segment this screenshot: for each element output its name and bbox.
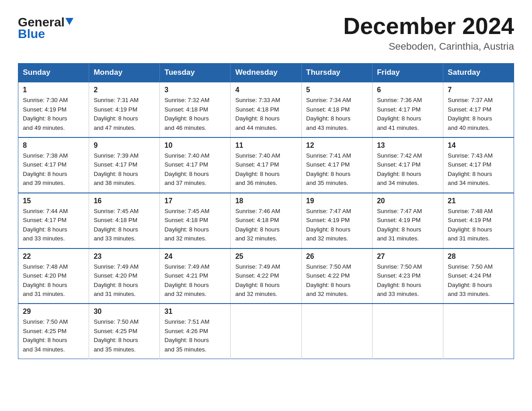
day-number: 2 <box>94 86 155 94</box>
calendar-day-cell: 1 Sunrise: 7:30 AMSunset: 4:19 PMDayligh… <box>18 82 89 137</box>
calendar-day-cell: 21 Sunrise: 7:48 AMSunset: 4:19 PMDaylig… <box>443 193 514 248</box>
day-number: 23 <box>94 253 155 261</box>
day-number: 7 <box>448 86 509 94</box>
day-info: Sunrise: 7:32 AMSunset: 4:18 PMDaylight:… <box>164 96 226 133</box>
day-info: Sunrise: 7:40 AMSunset: 4:17 PMDaylight:… <box>164 151 226 188</box>
calendar-day-cell: 28 Sunrise: 7:50 AMSunset: 4:24 PMDaylig… <box>443 248 514 304</box>
day-info: Sunrise: 7:49 AMSunset: 4:20 PMDaylight:… <box>94 262 155 299</box>
day-info: Sunrise: 7:33 AMSunset: 4:18 PMDaylight:… <box>235 96 296 133</box>
day-number: 1 <box>23 86 84 94</box>
day-info: Sunrise: 7:30 AMSunset: 4:19 PMDaylight:… <box>23 96 84 133</box>
day-number: 11 <box>235 141 296 150</box>
day-info: Sunrise: 7:46 AMSunset: 4:18 PMDaylight:… <box>235 207 296 244</box>
day-number: 20 <box>377 197 438 205</box>
day-info: Sunrise: 7:38 AMSunset: 4:17 PMDaylight:… <box>23 151 84 188</box>
calendar-day-cell: 24 Sunrise: 7:49 AMSunset: 4:21 PMDaylig… <box>160 248 231 304</box>
calendar-empty-cell <box>231 304 301 359</box>
calendar-day-cell: 13 Sunrise: 7:42 AMSunset: 4:17 PMDaylig… <box>372 137 443 193</box>
day-info: Sunrise: 7:37 AMSunset: 4:17 PMDaylight:… <box>448 96 509 133</box>
day-number: 30 <box>94 308 155 316</box>
day-number: 26 <box>306 253 368 261</box>
day-number: 21 <box>448 197 509 205</box>
day-number: 19 <box>306 197 368 205</box>
calendar-day-cell: 25 Sunrise: 7:49 AMSunset: 4:22 PMDaylig… <box>231 248 301 304</box>
day-info: Sunrise: 7:36 AMSunset: 4:17 PMDaylight:… <box>377 96 438 133</box>
calendar-day-cell: 20 Sunrise: 7:47 AMSunset: 4:19 PMDaylig… <box>372 193 443 248</box>
day-number: 18 <box>235 197 296 205</box>
calendar-day-cell: 5 Sunrise: 7:34 AMSunset: 4:18 PMDayligh… <box>301 82 372 137</box>
day-number: 6 <box>377 86 438 94</box>
calendar-day-cell: 2 Sunrise: 7:31 AMSunset: 4:19 PMDayligh… <box>89 82 160 137</box>
calendar-day-cell: 11 Sunrise: 7:40 AMSunset: 4:17 PMDaylig… <box>231 137 301 193</box>
weekday-header-saturday: Saturday <box>443 64 514 82</box>
day-info: Sunrise: 7:47 AMSunset: 4:19 PMDaylight:… <box>306 207 368 244</box>
month-title: December 2024 <box>343 13 514 39</box>
calendar-day-cell: 12 Sunrise: 7:41 AMSunset: 4:17 PMDaylig… <box>301 137 372 193</box>
calendar-week-row: 22 Sunrise: 7:48 AMSunset: 4:20 PMDaylig… <box>18 248 514 304</box>
calendar-day-cell: 22 Sunrise: 7:48 AMSunset: 4:20 PMDaylig… <box>18 248 89 304</box>
calendar-day-cell: 3 Sunrise: 7:32 AMSunset: 4:18 PMDayligh… <box>160 82 231 137</box>
calendar-day-cell: 23 Sunrise: 7:49 AMSunset: 4:20 PMDaylig… <box>89 248 160 304</box>
calendar-day-cell: 15 Sunrise: 7:44 AMSunset: 4:17 PMDaylig… <box>18 193 89 248</box>
day-info: Sunrise: 7:50 AMSunset: 4:22 PMDaylight:… <box>306 262 368 299</box>
day-info: Sunrise: 7:48 AMSunset: 4:19 PMDaylight:… <box>448 207 509 244</box>
day-info: Sunrise: 7:48 AMSunset: 4:20 PMDaylight:… <box>23 262 84 299</box>
calendar-week-row: 29 Sunrise: 7:50 AMSunset: 4:25 PMDaylig… <box>18 304 514 359</box>
day-number: 22 <box>23 253 84 261</box>
calendar-table: SundayMondayTuesdayWednesdayThursdayFrid… <box>18 63 514 359</box>
calendar-day-cell: 8 Sunrise: 7:38 AMSunset: 4:17 PMDayligh… <box>18 137 89 193</box>
day-info: Sunrise: 7:34 AMSunset: 4:18 PMDaylight:… <box>306 96 368 133</box>
day-number: 29 <box>23 308 84 316</box>
day-info: Sunrise: 7:50 AMSunset: 4:23 PMDaylight:… <box>377 262 438 299</box>
weekday-header-sunday: Sunday <box>18 64 89 82</box>
day-info: Sunrise: 7:42 AMSunset: 4:17 PMDaylight:… <box>377 151 438 188</box>
title-section: December 2024 Seeboden, Carinthia, Austr… <box>343 13 514 52</box>
day-info: Sunrise: 7:47 AMSunset: 4:19 PMDaylight:… <box>377 207 438 244</box>
day-info: Sunrise: 7:44 AMSunset: 4:17 PMDaylight:… <box>23 207 84 244</box>
day-number: 17 <box>164 197 226 205</box>
weekday-header-wednesday: Wednesday <box>231 64 301 82</box>
day-info: Sunrise: 7:50 AMSunset: 4:24 PMDaylight:… <box>448 262 509 299</box>
calendar-week-row: 15 Sunrise: 7:44 AMSunset: 4:17 PMDaylig… <box>18 193 514 248</box>
day-info: Sunrise: 7:49 AMSunset: 4:22 PMDaylight:… <box>235 262 296 299</box>
weekday-header-monday: Monday <box>89 64 160 82</box>
location-subtitle: Seeboden, Carinthia, Austria <box>343 41 514 52</box>
calendar-day-cell: 7 Sunrise: 7:37 AMSunset: 4:17 PMDayligh… <box>443 82 514 137</box>
day-info: Sunrise: 7:43 AMSunset: 4:17 PMDaylight:… <box>448 151 509 188</box>
calendar-day-cell: 30 Sunrise: 7:50 AMSunset: 4:25 PMDaylig… <box>89 304 160 359</box>
day-number: 10 <box>164 141 226 150</box>
calendar-header-row: SundayMondayTuesdayWednesdayThursdayFrid… <box>18 64 514 82</box>
calendar-day-cell: 27 Sunrise: 7:50 AMSunset: 4:23 PMDaylig… <box>372 248 443 304</box>
day-info: Sunrise: 7:41 AMSunset: 4:17 PMDaylight:… <box>306 151 368 188</box>
calendar-day-cell: 9 Sunrise: 7:39 AMSunset: 4:17 PMDayligh… <box>89 137 160 193</box>
calendar-day-cell: 16 Sunrise: 7:45 AMSunset: 4:18 PMDaylig… <box>89 193 160 248</box>
calendar-day-cell: 17 Sunrise: 7:45 AMSunset: 4:18 PMDaylig… <box>160 193 231 248</box>
day-number: 5 <box>306 86 368 94</box>
day-info: Sunrise: 7:50 AMSunset: 4:25 PMDaylight:… <box>94 317 155 354</box>
logo: General Blue <box>18 16 73 41</box>
day-number: 9 <box>94 141 155 150</box>
svg-marker-0 <box>65 18 73 25</box>
day-info: Sunrise: 7:45 AMSunset: 4:18 PMDaylight:… <box>94 207 155 244</box>
day-number: 4 <box>235 86 296 94</box>
day-number: 8 <box>23 141 84 150</box>
day-number: 24 <box>164 253 226 261</box>
day-number: 31 <box>164 308 226 316</box>
day-info: Sunrise: 7:51 AMSunset: 4:26 PMDaylight:… <box>164 317 226 354</box>
day-info: Sunrise: 7:39 AMSunset: 4:17 PMDaylight:… <box>94 151 155 188</box>
logo-blue-text: Blue <box>18 27 45 41</box>
day-info: Sunrise: 7:45 AMSunset: 4:18 PMDaylight:… <box>164 207 226 244</box>
day-number: 28 <box>448 253 509 261</box>
calendar-empty-cell <box>372 304 443 359</box>
day-number: 25 <box>235 253 296 261</box>
calendar-empty-cell <box>301 304 372 359</box>
logo-triangle-icon <box>65 18 73 26</box>
calendar-day-cell: 10 Sunrise: 7:40 AMSunset: 4:17 PMDaylig… <box>160 137 231 193</box>
calendar-day-cell: 14 Sunrise: 7:43 AMSunset: 4:17 PMDaylig… <box>443 137 514 193</box>
page-header: General Blue December 2024 Seeboden, Car… <box>18 13 514 52</box>
day-number: 16 <box>94 197 155 205</box>
day-info: Sunrise: 7:49 AMSunset: 4:21 PMDaylight:… <box>164 262 226 299</box>
calendar-day-cell: 6 Sunrise: 7:36 AMSunset: 4:17 PMDayligh… <box>372 82 443 137</box>
day-number: 27 <box>377 253 438 261</box>
weekday-header-thursday: Thursday <box>301 64 372 82</box>
